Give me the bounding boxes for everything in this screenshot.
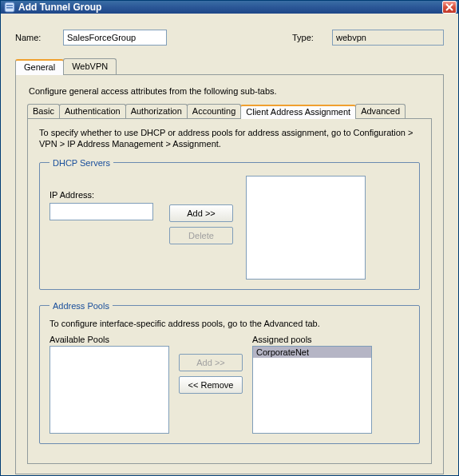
- close-button[interactable]: [442, 1, 457, 14]
- name-label: Name:: [15, 33, 63, 42]
- pools-legend: Address Pools: [49, 301, 113, 311]
- dhcp-add-button[interactable]: Add >>: [169, 204, 233, 222]
- pools-add-button[interactable]: Add >>: [179, 354, 243, 371]
- type-label: Type:: [292, 33, 332, 42]
- tab-webvpn[interactable]: WebVPN: [63, 58, 117, 74]
- titlebar: Add Tunnel Group: [1, 1, 458, 14]
- general-panel: Configure general access attributes from…: [15, 74, 444, 474]
- assigned-pools-list[interactable]: CorporateNet: [252, 346, 372, 434]
- available-pools-list[interactable]: [49, 346, 169, 434]
- tab-general[interactable]: General: [15, 59, 64, 75]
- dialog-body: Name: Type: General WebVPN Configure gen…: [1, 14, 458, 476]
- caa-instructions: To specify whether to use DHCP or addres…: [39, 127, 420, 150]
- ip-address-input[interactable]: [49, 203, 153, 220]
- pools-note: To configure interface-specific address …: [49, 319, 410, 328]
- inner-tabs: Basic Authentication Authorization Accou…: [27, 104, 432, 118]
- client-address-assignment-panel: To specify whether to use DHCP or addres…: [27, 118, 432, 464]
- available-pools-label: Available Pools: [49, 335, 169, 344]
- dhcp-delete-button[interactable]: Delete: [169, 227, 233, 244]
- type-field: [332, 30, 444, 46]
- ip-address-label: IP Address:: [49, 190, 169, 200]
- outer-tabs: General WebVPN: [15, 58, 444, 74]
- list-item[interactable]: CorporateNet: [253, 347, 371, 358]
- name-input[interactable]: [63, 30, 167, 46]
- subtab-accounting[interactable]: Accounting: [187, 104, 241, 118]
- close-icon: [445, 3, 453, 11]
- subtab-authorization[interactable]: Authorization: [125, 104, 188, 118]
- dhcp-servers-group: DHCP Servers IP Address: Add >> Delete: [39, 158, 420, 290]
- dhcp-legend: DHCP Servers: [49, 158, 113, 168]
- svg-rect-1: [6, 5, 13, 6]
- subtab-authentication[interactable]: Authentication: [59, 104, 126, 118]
- app-icon: [4, 2, 15, 13]
- subtab-advanced[interactable]: Advanced: [355, 104, 406, 118]
- dialog-window: Add Tunnel Group Name: Type: General Web…: [0, 0, 459, 476]
- header-row: Name: Type:: [15, 30, 444, 46]
- window-title: Add Tunnel Group: [18, 2, 442, 13]
- address-pools-group: Address Pools To configure interface-spe…: [39, 301, 420, 444]
- assigned-pools-label: Assigned pools: [252, 335, 372, 344]
- subtab-basic[interactable]: Basic: [27, 104, 60, 118]
- dhcp-servers-list[interactable]: [246, 176, 366, 280]
- subtab-client-address-assignment[interactable]: Client Address Assignment: [240, 105, 356, 119]
- pools-remove-button[interactable]: << Remove: [179, 376, 243, 394]
- svg-rect-2: [6, 7, 13, 9]
- general-description: Configure general access attributes from…: [29, 86, 432, 96]
